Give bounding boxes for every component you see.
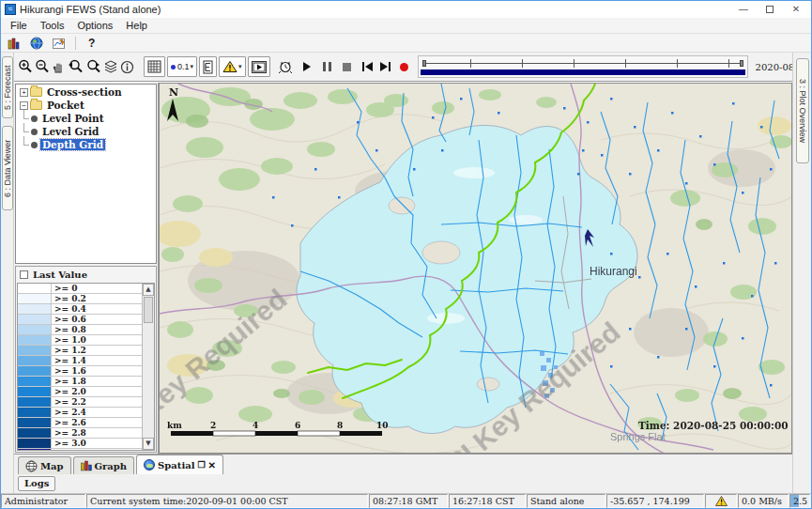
- tab-close-icon[interactable]: ✕: [208, 460, 216, 470]
- zoom-next-icon[interactable]: [85, 57, 101, 76]
- time-slider-handle-end[interactable]: [740, 60, 743, 67]
- legend-entry: >= 2.4: [18, 408, 142, 418]
- menu-options[interactable]: Options: [71, 19, 118, 32]
- warning-dropdown[interactable]: ▾: [219, 56, 246, 77]
- tree-item-level-point[interactable]: Level Point: [16, 113, 156, 124]
- place-label-hikurangi: Hikurangi: [590, 265, 637, 278]
- svg-text:2: 2: [210, 421, 216, 430]
- legend-entries: >= 0 >= 0.2 >= 0.4 >= 0.6 >= 0.8 >= 1.0 …: [18, 284, 142, 450]
- timer-icon[interactable]: [278, 57, 293, 76]
- warning-icon: [715, 496, 728, 506]
- layers-icon[interactable]: [103, 57, 118, 76]
- play-button[interactable]: [302, 58, 312, 75]
- logs-tab[interactable]: Logs: [18, 476, 55, 491]
- scroll-up-icon[interactable]: ▲: [143, 284, 154, 296]
- legend-scrollbar[interactable]: ▲ ▼: [142, 284, 154, 450]
- chevron-down-icon: ▾: [238, 63, 242, 70]
- logs-row: Logs: [14, 474, 792, 493]
- zoom-previous-icon[interactable]: [68, 57, 84, 76]
- last-value-label: Last Value: [33, 270, 87, 280]
- close-button[interactable]: ✕: [783, 2, 809, 17]
- tree-item-pocket[interactable]: − Pocket: [16, 100, 156, 111]
- status-memory[interactable]: 2.5 GB: [789, 494, 810, 508]
- record-button[interactable]: [400, 58, 408, 75]
- step-forward-button[interactable]: [380, 58, 391, 75]
- menu-help[interactable]: Help: [120, 19, 153, 32]
- collapse-icon[interactable]: −: [20, 101, 28, 110]
- status-local-time: 16:27:18 CST: [449, 494, 526, 508]
- svg-text:10: 10: [376, 421, 389, 430]
- timeseries-display-icon[interactable]: [50, 35, 69, 51]
- archive-display-icon[interactable]: [5, 35, 23, 51]
- info-icon[interactable]: [120, 57, 134, 76]
- maximize-button[interactable]: [757, 2, 783, 17]
- legend-swatch: [18, 325, 52, 334]
- map-toolbar: 0.1 ▾ ▾: [14, 53, 792, 82]
- tab-maximize-icon[interactable]: ❒: [198, 460, 206, 470]
- threshold-dot-icon: [171, 65, 176, 69]
- globe-icon: [144, 459, 155, 470]
- tab-plot-overview[interactable]: 3 : Plot Overview: [796, 58, 809, 163]
- legend-swatch: [18, 294, 52, 303]
- legend-swatch: [18, 387, 52, 396]
- legend-entry: >= 0.6: [18, 315, 142, 325]
- node-bullet-icon: [31, 129, 38, 135]
- svg-text:N: N: [169, 86, 178, 99]
- legend-entry: >= 2.2: [18, 397, 142, 408]
- legend-entry: >= 1.8: [18, 377, 142, 387]
- bottom-tab-bar: Map Graph Spatial ❒ ✕: [14, 454, 792, 474]
- threshold-dropdown[interactable]: 0.1 ▾: [167, 56, 197, 77]
- status-warning[interactable]: [705, 494, 737, 508]
- grid-display-button[interactable]: [144, 56, 165, 77]
- tree-item-level-grid[interactable]: Level Grid: [16, 126, 156, 137]
- scroll-thumb[interactable]: [144, 297, 153, 323]
- legend-entry: >= 2.8: [18, 428, 142, 439]
- stop-button[interactable]: [343, 58, 351, 75]
- tree-item-cross-section[interactable]: + Cross-section: [16, 86, 156, 98]
- menu-file[interactable]: File: [5, 19, 33, 32]
- time-slider-range-bar: [421, 69, 745, 75]
- last-value-checkbox[interactable]: [20, 270, 28, 279]
- scroll-down-icon[interactable]: ▼: [143, 438, 154, 450]
- pan-hand-icon[interactable]: [52, 57, 66, 76]
- tab-data-viewer[interactable]: 6 : Data Viewer: [2, 126, 13, 210]
- legend-swatch: [18, 366, 52, 376]
- zoom-in-icon[interactable]: [18, 57, 33, 76]
- svg-text:4: 4: [253, 421, 258, 430]
- tab-map[interactable]: Map: [18, 456, 71, 474]
- menu-tools[interactable]: Tools: [35, 19, 70, 32]
- tree-item-depth-grid[interactable]: Depth Grid: [16, 139, 156, 150]
- time-slider-handle-start[interactable]: [422, 60, 426, 67]
- bar-chart-icon: [81, 460, 92, 471]
- legend-entry: >= 3.2: [18, 449, 142, 450]
- app-icon: ≈: [5, 4, 16, 15]
- svg-text:6: 6: [295, 421, 300, 430]
- help-icon[interactable]: ?: [83, 37, 100, 50]
- legend-entry: >= 0.2: [18, 294, 142, 304]
- status-coordinates: -35.657 , 174.199: [606, 494, 704, 508]
- zoom-out-icon[interactable]: [35, 57, 50, 76]
- status-mode: Stand alone: [527, 494, 605, 508]
- tab-forecast[interactable]: 5 : Forecast: [2, 56, 13, 118]
- expand-icon[interactable]: +: [20, 88, 28, 97]
- map-view[interactable]: API Key Required API Key Required Hikura…: [159, 83, 792, 454]
- tree-connector: [16, 139, 29, 150]
- main-toolbar: ?: [1, 34, 811, 53]
- record-icon: [400, 63, 408, 71]
- time-slider[interactable]: [418, 55, 748, 78]
- scalebar-button[interactable]: [199, 56, 217, 77]
- tab-graph[interactable]: Graph: [73, 456, 135, 474]
- map-display-icon[interactable]: [27, 35, 46, 51]
- title-bar: ≈ Hikurangi FEWS (Stand alone) — ✕: [1, 1, 811, 18]
- layer-tree: + Cross-section − Pocket Level P: [15, 84, 157, 264]
- status-bar: Administrator Current system time:2020-0…: [1, 493, 811, 508]
- animation-button[interactable]: [248, 56, 270, 77]
- minimize-button[interactable]: —: [730, 2, 757, 17]
- svg-text:8: 8: [337, 421, 343, 430]
- legend-swatch: [18, 304, 52, 314]
- status-system-time: Current system time:2020-09-01 00:00 CST: [86, 494, 368, 508]
- step-back-button[interactable]: [362, 58, 373, 75]
- tab-spatial[interactable]: Spatial ❒ ✕: [136, 455, 223, 474]
- legend-swatch: [18, 418, 52, 427]
- pause-button[interactable]: [323, 58, 331, 75]
